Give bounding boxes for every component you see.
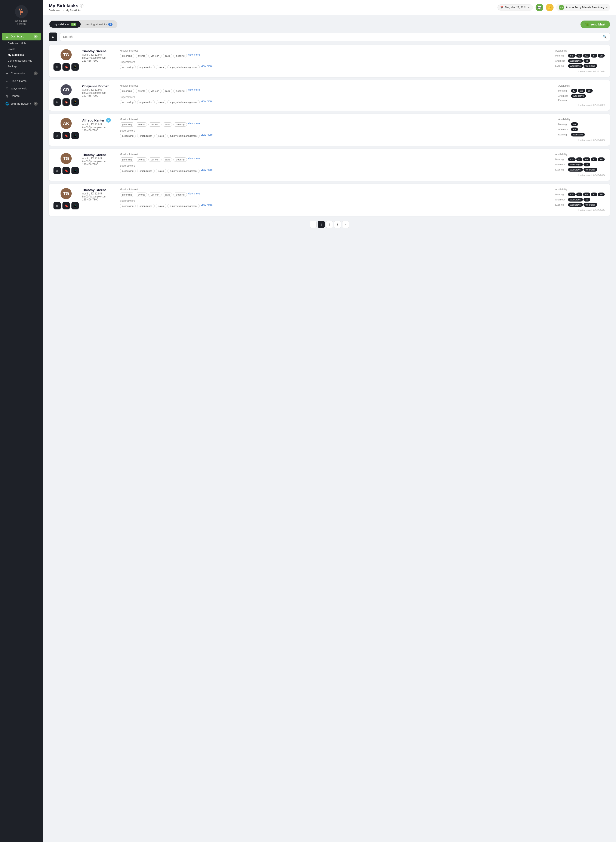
search-icon: 🔍 [603,35,607,39]
email-action-btn[interactable]: ✉ [53,167,61,175]
avail-tag: weekdays [568,203,583,207]
send-blast-button[interactable]: 🌿 send blast [581,21,610,28]
sidebar-item-dashboard[interactable]: ⊞ Dashboard + [2,33,41,40]
avail-afternoon-row: Afternoon weekdayssa [555,198,605,201]
sidebar-item-donate[interactable]: ◎ Donate [2,92,41,100]
sidebar-item-find-a-home[interactable]: ⌂ Find a Home [2,78,41,85]
page-title: My Sidekicks i [49,3,84,9]
mission-tags: groomingeventsvet techcallscleaningview … [120,157,552,162]
avail-afternoon-row: Afternoon weekdays [558,94,605,98]
email-action-btn[interactable]: ✉ [53,132,61,139]
morning-tags: motuwethsu [568,157,605,161]
prev-page-btn[interactable]: ‹ [310,221,317,228]
tabs-row: my sidekicks 25 pending sidekicks 5 🌿 se… [49,20,610,28]
sidebar-item-dashboard-hub[interactable]: Dashboard Hub [5,41,41,46]
network-plus-btn[interactable]: + [34,102,38,106]
mission-interest-label: Mission Interest [120,118,555,121]
sidebar-item-my-sidekicks[interactable]: My Sidekicks [5,52,41,58]
person-email: tim01@example.com [82,195,116,198]
dashboard-plus-btn[interactable]: + [34,35,38,38]
breadcrumb: Dashboard > My Sidekicks [49,9,84,12]
view-more-superpowers[interactable]: view more [201,100,213,105]
sidebar-item-community[interactable]: ✦ Community + [2,69,41,77]
view-more-superpowers[interactable]: view more [201,133,213,138]
sidebar-item-label: Community [11,72,25,75]
view-more-interests[interactable]: view more [188,122,200,127]
search-input[interactable] [63,33,601,41]
evening-tags: weekend [571,132,585,136]
interest-tag: cleaning [173,89,187,93]
view-more-superpowers[interactable]: view more [201,65,213,70]
header-left: My Sidekicks i Dashboard > My Sidekicks [49,3,84,12]
interest-tag: cleaning [173,122,187,127]
bookmark-action-btn[interactable]: 🔖 [62,98,70,106]
email-action-btn[interactable]: ✉ [53,202,61,210]
superpower-tags: accountingorganizationsalessupply chain … [120,133,555,138]
next-page-btn[interactable]: › [342,221,349,228]
sidebar-item-ways-to-help[interactable]: ♡ Ways to Help [2,85,41,92]
view-more-interests[interactable]: view more [188,157,200,162]
superpower-tags: accountingorganizationsalessupply chain … [120,65,552,70]
mobile-action-btn[interactable]: 📱 [72,63,79,70]
filter-button[interactable]: ⚙ [49,32,57,41]
sidebar-item-join-network[interactable]: 🌐 Join the network + [2,100,41,108]
chevron-down-icon: ▼ [528,6,530,9]
bookmark-action-btn[interactable]: 🔖 [62,167,70,175]
org-badge[interactable]: AF Austin Furry Friends Sanctuary ≡ [556,4,610,11]
mobile-action-btn[interactable]: 📱 [72,202,79,210]
mobile-action-btn[interactable]: 📱 [72,132,79,139]
avail-evening-row: Evening weekdaysweekend [555,167,605,172]
superpowers-label: Superpowers [120,129,555,132]
pending-count: 5 [108,23,113,26]
avail-morning-row: Morning motuwethsu [555,192,605,197]
email-action-btn[interactable]: ✉ [53,98,61,106]
view-more-interests[interactable]: view more [188,53,200,59]
org-name: Austin Furry Friends Sanctuary [566,6,604,9]
community-plus-btn[interactable]: + [34,72,38,75]
interest-tag: events [136,89,147,93]
email-action-btn[interactable]: ✉ [53,63,61,70]
view-more-interests[interactable]: view more [188,192,200,197]
tab-pending-sidekicks[interactable]: pending sidekicks 5 [81,21,117,28]
avail-tag: sa [584,163,590,166]
view-more-interests[interactable]: view more [188,88,200,94]
main-content: My Sidekicks i Dashboard > My Sidekicks … [43,0,616,842]
network-icon: 🌐 [5,102,9,106]
view-more-superpowers[interactable]: view more [201,204,213,208]
person-name: Timothy Greene [82,49,107,53]
logo-icon: 🦌 [15,5,28,18]
avail-morning-row: Morning motuwethsu [555,53,605,57]
page-btn-1[interactable]: 1 [318,221,325,228]
person-info: Cheyenne Botosh Austin, TX 12345 tim01@e… [82,84,116,97]
view-more-superpowers[interactable]: view more [201,168,213,173]
bookmark-action-btn[interactable]: 🔖 [62,132,70,139]
tab-my-sidekicks[interactable]: my sidekicks 25 [50,21,81,28]
superpower-tag: accounting [120,169,136,173]
avail-afternoon-row: Afternoon weekdayssa [555,59,605,63]
menu-icon: ≡ [606,6,607,9]
bookmark-action-btn[interactable]: 🔖 [62,63,70,70]
card-actions: ✉ 🔖 📱 [53,63,79,70]
person-name: Timothy Greene [82,188,107,192]
right-section: Availability Morning tuwesu Afternoon we… [558,84,605,106]
notification-btn[interactable]: 🔔 [546,4,554,11]
sidekick-card: CB ✉ 🔖 📱 Cheyenne Botosh Austin, TX 1234… [49,80,610,111]
person-info: Timothy Greene Austin, TX 12345 tim01@ex… [82,49,116,62]
mobile-action-btn[interactable]: 📱 [72,167,79,175]
sidebar-item-comms-hub[interactable]: Communications Hub [5,58,41,63]
interest-tag: grooming [120,157,134,162]
mission-interest-label: Mission Interest [120,49,552,52]
date-picker[interactable]: 📅 Tue, Mar. 23, 2024 ▼ [497,4,533,10]
sidekick-list: TG ✉ 🔖 📱 Timothy Greene Austin, TX 12345… [49,45,610,216]
page-btn-2[interactable]: 2 [326,221,333,228]
sidebar-item-label: Ways to Help [11,87,27,90]
sidebar-item-profile[interactable]: Profile [5,46,41,52]
bookmark-action-btn[interactable]: 🔖 [62,202,70,210]
availability-label: Availability [555,49,605,52]
evening-label: Evening [558,133,569,136]
sidebar-item-settings[interactable]: Settings [5,64,41,69]
page-btn-3[interactable]: 3 [334,221,341,228]
chat-btn[interactable]: 💬 [535,4,543,11]
avail-tag: mo [568,54,576,57]
mobile-action-btn[interactable]: 📱 [72,98,79,106]
